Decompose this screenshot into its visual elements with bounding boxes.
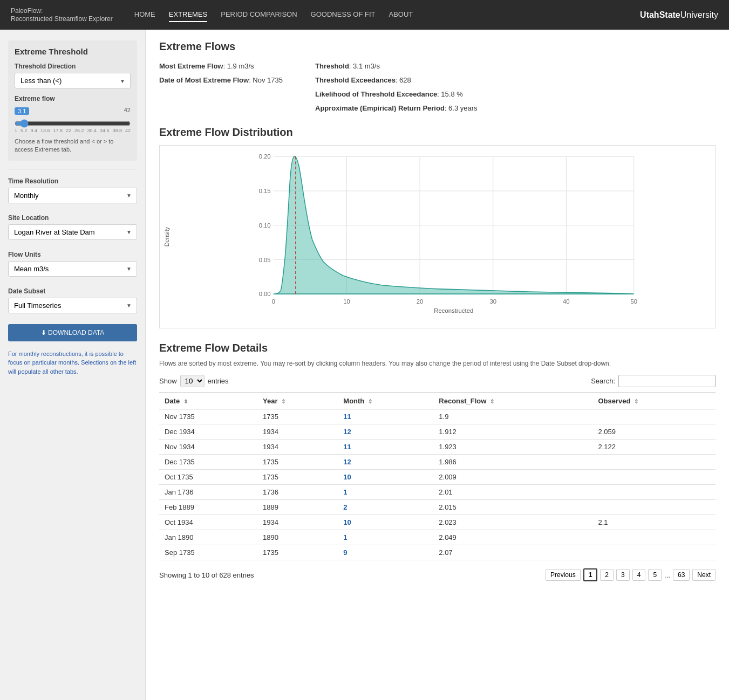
svg-text:0.15: 0.15 — [259, 188, 271, 194]
cell-month: 2 — [338, 500, 433, 515]
table-controls: Show 10 25 50 entries Search: — [159, 375, 716, 387]
slider-info-text: Choose a flow threshold and < or > to ac… — [15, 138, 131, 154]
table-row: Dec 1934 1934 12 1.912 2.059 — [159, 424, 716, 440]
flow-details-desc: Flows are sorted by most extreme. You ma… — [159, 359, 716, 368]
slider-max-label: 42 — [124, 107, 131, 113]
flow-table: Date ⇕ Year ⇕ Month ⇕ Reconst_Flow ⇕ Obs… — [159, 393, 716, 560]
page-63-button[interactable]: 63 — [673, 569, 690, 581]
col-observed[interactable]: Observed ⇕ — [593, 393, 716, 409]
svg-text:0.10: 0.10 — [259, 222, 271, 229]
distribution-svg: 0.20 0.15 0.10 0.05 0.00 0 10 20 30 40 5… — [187, 151, 710, 312]
threshold-direction-select[interactable]: Less than (<) Greater than (>) — [15, 73, 131, 88]
cell-reconst-flow: 1.923 — [433, 440, 592, 455]
brand-subtitle: Reconstructed Streamflow Explorer — [11, 15, 113, 23]
search-input[interactable] — [618, 375, 716, 387]
pagination: Showing 1 to 10 of 628 entries Previous … — [159, 568, 716, 581]
table-row: Sep 1735 1735 9 2.07 — [159, 545, 716, 560]
cell-year: 1736 — [257, 485, 338, 500]
entries-select[interactable]: 10 25 50 — [180, 375, 205, 387]
svg-text:50: 50 — [630, 298, 637, 305]
page-4-button[interactable]: 4 — [632, 569, 646, 581]
cell-observed — [593, 545, 716, 560]
university-logo: UtahStateUniversity — [640, 10, 718, 20]
page-1-button[interactable]: 1 — [583, 568, 598, 581]
ellipsis: ... — [664, 571, 670, 579]
show-entries: Show 10 25 50 entries — [159, 375, 229, 387]
search-label: Search: — [591, 377, 615, 385]
prev-button[interactable]: Previous — [546, 569, 581, 581]
cell-date: Sep 1735 — [159, 545, 257, 560]
date-value: : Nov 1735 — [249, 76, 283, 84]
cell-reconst-flow: 1.986 — [433, 455, 592, 470]
left-stats: Most Extreme Flow: 1.9 m3/s Date of Most… — [159, 59, 283, 115]
nav-home[interactable]: HOME — [134, 8, 155, 22]
cell-date: Jan 1890 — [159, 530, 257, 545]
date-subset-select[interactable]: Full Timeseries — [8, 298, 137, 313]
cell-observed — [593, 455, 716, 470]
extreme-flow-slider[interactable] — [15, 119, 131, 128]
time-resolution-select[interactable]: Monthly Annual — [8, 188, 137, 203]
nav-about[interactable]: ABOUT — [389, 8, 413, 22]
stats-row: Most Extreme Flow: 1.9 m3/s Date of Most… — [159, 59, 716, 115]
page-3-button[interactable]: 3 — [616, 569, 630, 581]
cell-date: Jan 1736 — [159, 485, 257, 500]
cell-month: 11 — [338, 409, 433, 424]
cell-date: Nov 1934 — [159, 440, 257, 455]
col-year[interactable]: Year ⇕ — [257, 393, 338, 409]
page-5-button[interactable]: 5 — [648, 569, 662, 581]
search-box: Search: — [591, 375, 716, 387]
show-label: Show — [159, 377, 177, 385]
cell-observed — [593, 530, 716, 545]
cell-observed — [593, 409, 716, 424]
flow-details-title: Extreme Flow Details — [159, 342, 716, 354]
distribution-title: Extreme Flow Distribution — [159, 126, 716, 139]
next-button[interactable]: Next — [692, 569, 716, 581]
cell-observed — [593, 470, 716, 485]
cell-month: 12 — [338, 424, 433, 440]
table-row: Oct 1934 1934 10 2.023 2.1 — [159, 515, 716, 530]
return-period-label: Approximate (Empirical) Return Period — [315, 104, 445, 112]
flow-units-label: Flow Units — [8, 251, 137, 258]
extreme-flow-label: Extreme flow — [15, 95, 131, 102]
col-date[interactable]: Date ⇕ — [159, 393, 257, 409]
table-row: Nov 1735 1735 11 1.9 — [159, 409, 716, 424]
cell-date: Oct 1735 — [159, 470, 257, 485]
cell-date: Feb 1889 — [159, 500, 257, 515]
cell-reconst-flow: 2.049 — [433, 530, 592, 545]
svg-text:40: 40 — [563, 298, 570, 305]
cell-reconst-flow: 2.01 — [433, 485, 592, 500]
table-row: Oct 1735 1735 10 2.009 — [159, 470, 716, 485]
nav-period-comparison[interactable]: PERIOD COMPARISON — [221, 8, 297, 22]
cell-year: 1735 — [257, 409, 338, 424]
extreme-flows-title: Extreme Flows — [159, 40, 716, 53]
download-button[interactable]: ⬇ DOWNLOAD DATA — [8, 324, 137, 341]
cell-month: 9 — [338, 545, 433, 560]
extreme-threshold-section: Extreme Threshold Threshold Direction Le… — [8, 40, 137, 161]
cell-date: Nov 1735 — [159, 409, 257, 424]
cell-month: 12 — [338, 455, 433, 470]
nav-goodness-of-fit[interactable]: GOODNESS OF FIT — [311, 8, 376, 22]
cell-date: Dec 1735 — [159, 455, 257, 470]
page-2-button[interactable]: 2 — [600, 569, 614, 581]
threshold-value: : 3.1 m3/s — [349, 62, 380, 70]
cell-year: 1934 — [257, 515, 338, 530]
table-row: Nov 1934 1934 11 1.923 2.122 — [159, 440, 716, 455]
svg-text:20: 20 — [417, 298, 424, 305]
cell-observed — [593, 500, 716, 515]
col-month[interactable]: Month ⇕ — [338, 393, 433, 409]
nav-extremes[interactable]: EXTREMES — [169, 8, 208, 22]
site-location-select[interactable]: Logan River at State Dam — [8, 224, 137, 240]
cell-observed — [593, 485, 716, 500]
cell-year: 1735 — [257, 455, 338, 470]
brand-title: PaleoFlow: — [11, 7, 113, 15]
date-subset-label: Date Subset — [8, 287, 137, 295]
main-content: Extreme Flows Most Extreme Flow: 1.9 m3/… — [146, 30, 729, 700]
site-location-section: Site Location Logan River at State Dam — [8, 214, 137, 240]
date-subset-section: Date Subset Full Timeseries — [8, 287, 137, 313]
cell-month: 1 — [338, 530, 433, 545]
svg-text:Reconstructed: Reconstructed — [434, 307, 473, 314]
col-reconst-flow[interactable]: Reconst_Flow ⇕ — [433, 393, 592, 409]
flow-units-select[interactable]: Mean m3/s Total m3 — [8, 261, 137, 277]
cell-month: 1 — [338, 485, 433, 500]
cell-year: 1735 — [257, 470, 338, 485]
